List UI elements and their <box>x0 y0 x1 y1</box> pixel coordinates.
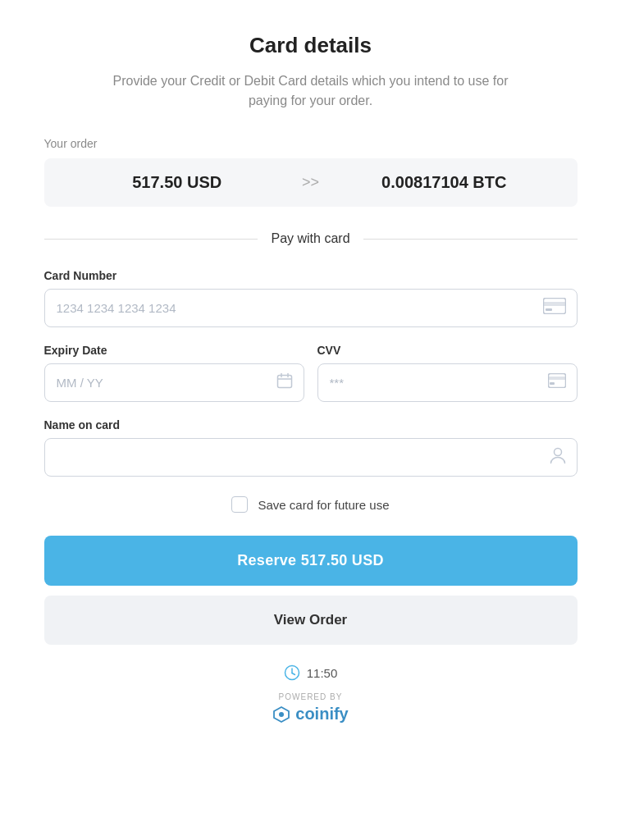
card-number-label: Card Number <box>44 269 578 282</box>
order-to-amount: 0.00817104 BTC <box>327 173 560 192</box>
svg-line-13 <box>292 673 295 675</box>
cvv-wrapper <box>317 363 578 402</box>
page-title: Card details <box>249 33 372 58</box>
name-label: Name on card <box>44 418 578 431</box>
expiry-wrapper <box>44 363 304 402</box>
pay-with-card-divider: Pay with card <box>44 231 578 246</box>
card-number-wrapper <box>44 289 578 327</box>
save-card-checkbox[interactable] <box>231 496 248 513</box>
time-row: 11:50 <box>284 664 338 681</box>
name-input[interactable] <box>44 438 578 477</box>
expiry-label: Expiry Date <box>44 344 304 357</box>
order-label: Your order <box>44 137 578 150</box>
coinify-logo: coinify <box>272 705 348 724</box>
name-group: Name on card <box>44 418 578 477</box>
time-display: 11:50 <box>307 666 338 680</box>
order-box: 517.50 USD >> 0.00817104 BTC <box>44 158 578 207</box>
card-number-input[interactable] <box>44 289 578 327</box>
divider-line-left <box>44 239 258 240</box>
order-section: Your order 517.50 USD >> 0.00817104 BTC <box>44 137 578 207</box>
name-wrapper <box>44 438 578 477</box>
view-order-button[interactable]: View Order <box>44 596 578 645</box>
cvv-label: CVV <box>317 344 578 357</box>
cvv-group: CVV <box>317 344 578 402</box>
expiry-group: Expiry Date <box>44 344 304 402</box>
page-container: Card details Provide your Credit or Debi… <box>44 33 578 724</box>
expiry-cvv-row: Expiry Date CVV <box>44 344 578 402</box>
card-number-group: Card Number <box>44 269 578 327</box>
powered-by-label: POWERED BY <box>279 692 343 701</box>
divider-line-right <box>363 239 578 240</box>
pay-section-label: Pay with card <box>258 231 363 246</box>
reserve-button[interactable]: Reserve 517.50 USD <box>44 536 578 586</box>
coinify-brand-name: coinify <box>295 705 348 724</box>
clock-icon <box>284 664 300 681</box>
cvv-input[interactable] <box>317 363 578 402</box>
powered-by-section: POWERED BY coinify <box>272 692 348 724</box>
page-subtitle: Provide your Credit or Debit Card detail… <box>98 71 524 111</box>
svg-point-15 <box>279 712 284 717</box>
save-card-label[interactable]: Save card for future use <box>258 498 389 512</box>
save-card-row: Save card for future use <box>231 496 389 513</box>
card-form: Card Number Expiry Date <box>44 269 578 477</box>
order-from-amount: 517.50 USD <box>61 173 294 192</box>
order-arrow: >> <box>294 174 327 191</box>
expiry-input[interactable] <box>44 363 304 402</box>
